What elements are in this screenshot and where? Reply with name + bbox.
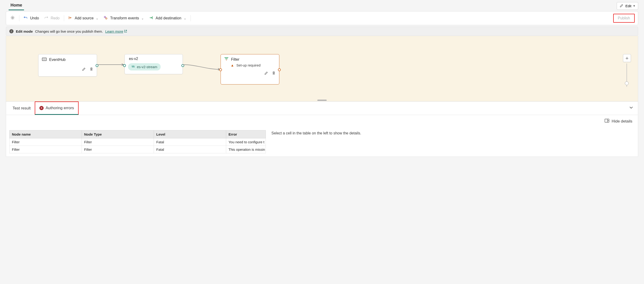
table-row[interactable]: Filter Filter Fatal You need to configur… [10, 138, 266, 146]
delete-node-button[interactable] [89, 67, 94, 72]
node-eventhub[interactable]: EventHub [38, 54, 97, 77]
panel-resize-handle[interactable] [317, 100, 327, 101]
add-source-icon [68, 16, 72, 21]
node-filter-title: Filter [231, 57, 240, 62]
error-icon: ✕ [40, 106, 44, 110]
tab-home[interactable]: Home [9, 2, 24, 10]
plus-icon: ＋ [624, 55, 630, 62]
gear-icon [10, 16, 15, 21]
cell-level[interactable]: Fatal [154, 146, 226, 153]
edit-node-button[interactable] [81, 67, 86, 72]
toolbar: Undo Redo Add source ⌄ Transform events … [6, 11, 638, 25]
cell-node-type[interactable]: Filter [82, 138, 154, 146]
node-filter[interactable]: Filter ▲ Set-up required [220, 54, 279, 85]
errors-table: Node name Node Type Level Error Filter F… [9, 130, 266, 153]
cell-node-name[interactable]: Filter [10, 146, 82, 153]
edit-button[interactable]: Edit ▾ [617, 2, 638, 10]
transform-icon [104, 16, 108, 21]
separator [19, 15, 19, 21]
input-port[interactable] [123, 64, 126, 67]
col-node-type[interactable]: Node Type [82, 130, 154, 138]
edit-button-label: Edit [625, 4, 632, 8]
chevron-down-icon: ⌄ [96, 17, 98, 20]
details-panel: Hide details Node name Node Type Level E… [6, 115, 638, 157]
undo-label: Undo [30, 16, 39, 20]
tab-authoring-errors-label: Authoring errors [46, 106, 74, 110]
learn-more-label: Learn more [106, 30, 123, 33]
settings-button[interactable] [9, 15, 16, 22]
redo-icon [44, 16, 48, 21]
tabbar: Home Edit ▾ [6, 0, 638, 10]
pencil-icon [620, 4, 624, 8]
transform-events-button[interactable]: Transform events ⌄ [102, 15, 145, 21]
add-node-button[interactable]: ＋ [623, 54, 631, 62]
cell-error[interactable]: This operation is missin [226, 146, 266, 153]
chevron-down-icon: ▾ [633, 4, 635, 8]
learn-more-link[interactable]: Learn more [106, 30, 127, 33]
tab-test-result[interactable]: Test result [8, 102, 35, 114]
external-link-icon [124, 30, 127, 33]
publish-button[interactable]: Publish [613, 14, 635, 23]
svg-point-7 [43, 60, 44, 60]
stream-pill[interactable]: es-v2-stream [128, 63, 161, 71]
chevron-down-icon: ⌄ [184, 17, 186, 20]
cell-node-name[interactable]: Filter [10, 138, 82, 146]
undo-button[interactable]: Undo [22, 15, 40, 21]
banner-text: Changes will go live once you publish th… [35, 30, 103, 33]
add-destination-icon [149, 16, 153, 21]
svg-point-0 [12, 17, 13, 19]
output-port[interactable] [182, 64, 184, 67]
add-source-button[interactable]: Add source ⌄ [68, 15, 100, 21]
svg-point-5 [44, 59, 44, 59]
edit-node-button[interactable] [264, 71, 269, 76]
stream-label: es-v2-stream [137, 65, 158, 69]
undo-icon [24, 16, 28, 21]
connector [183, 63, 221, 72]
pipeline-canvas[interactable]: EventHub es-v2 es-v2-stream [6, 36, 638, 101]
zoom-slider-thumb[interactable] [625, 81, 628, 85]
collapse-panel-button[interactable] [627, 104, 636, 113]
cell-error[interactable]: You need to configure t [226, 138, 266, 146]
node-esv2-title: es-v2 [128, 57, 138, 61]
chevron-down-icon [629, 106, 633, 111]
col-error[interactable]: Error [226, 130, 266, 138]
redo-label: Redo [50, 16, 60, 20]
add-source-label: Add source [75, 16, 94, 20]
svg-point-9 [45, 60, 46, 60]
node-eventhub-title: EventHub [49, 58, 66, 62]
info-icon: i [9, 29, 14, 33]
connector [97, 63, 125, 67]
tab-authoring-errors[interactable]: ✕ Authoring errors [35, 102, 78, 115]
output-port[interactable] [96, 64, 98, 67]
transform-label: Transform events [110, 16, 139, 20]
svg-point-8 [44, 60, 44, 60]
stream-icon [131, 65, 135, 69]
banner-title: Edit mode [16, 30, 33, 33]
col-level[interactable]: Level [154, 130, 226, 138]
eventhub-icon [42, 57, 47, 63]
cell-node-type[interactable]: Filter [82, 146, 154, 153]
input-port[interactable] [219, 68, 222, 71]
add-destination-label: Add destination [156, 16, 181, 20]
node-esv2[interactable]: es-v2 es-v2-stream [124, 54, 183, 74]
bottom-tabs: Test result ✕ Authoring errors [6, 101, 638, 115]
separator [190, 15, 191, 21]
add-destination-button[interactable]: Add destination ⌄ [148, 15, 187, 21]
edit-mode-banner: i Edit mode Changes will go live once yo… [6, 27, 638, 36]
hide-details-button[interactable]: Hide details [602, 117, 635, 126]
svg-rect-3 [42, 58, 46, 61]
delete-node-button[interactable] [271, 71, 276, 76]
hide-details-label: Hide details [612, 119, 632, 124]
output-port[interactable] [278, 68, 281, 71]
col-node-name[interactable]: Node name [10, 130, 82, 138]
redo-button: Redo [43, 15, 60, 21]
chevron-down-icon: ⌄ [141, 17, 144, 20]
svg-point-4 [43, 59, 44, 59]
filter-icon [224, 57, 229, 62]
warning-icon: ▲ [230, 63, 234, 67]
details-side-hint: Select a cell in the table on the left t… [272, 130, 635, 153]
cell-level[interactable]: Fatal [154, 138, 226, 146]
node-filter-warning: Set-up required [236, 63, 260, 67]
table-row[interactable]: Filter Filter Fatal This operation is mi… [10, 146, 266, 153]
table-header-row: Node name Node Type Level Error [10, 130, 266, 138]
